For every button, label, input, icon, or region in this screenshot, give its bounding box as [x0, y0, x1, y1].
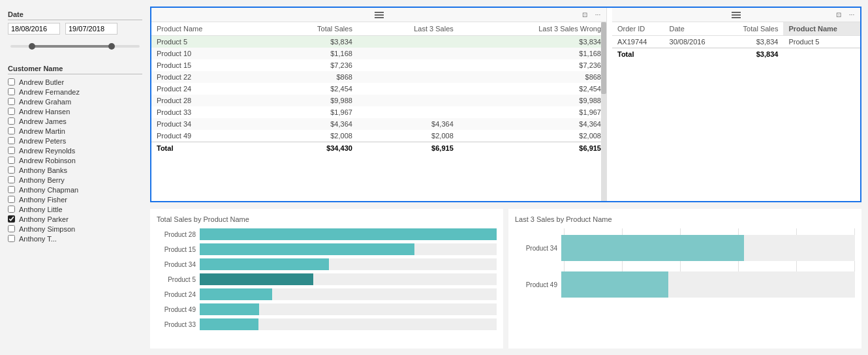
last3-cell: $4,364 — [358, 118, 459, 130]
col-rt-product-name: Product Name — [783, 22, 860, 36]
order-id-cell: AX19744 — [612, 36, 664, 48]
table-row: Product 28 $9,988 $9,988 — [151, 95, 606, 106]
date-start-input[interactable] — [8, 23, 60, 35]
expand-icon[interactable]: ⊡ — [580, 10, 589, 19]
total-sales-cell: $9,988 — [266, 95, 358, 106]
list-item[interactable]: Anthony Banks — [8, 165, 142, 175]
list-item-anthony-parker[interactable]: Anthony Parker — [8, 214, 142, 224]
table-row: Product 5 $3,834 $3,834 — [151, 36, 606, 48]
left-table-header-bar: ⊡ ··· — [151, 8, 606, 22]
bar-track — [200, 228, 497, 240]
table-row: AX19744 30/08/2016 $3,834 Product 5 — [612, 36, 860, 48]
list-item[interactable]: Anthony Little — [8, 204, 142, 214]
left-table-container: ⊡ ··· Product Name Total Sales Last 3 Sa… — [151, 8, 607, 201]
list-item[interactable]: Andrew Fernandez — [8, 87, 142, 97]
list-item[interactable]: Anthony Berry — [8, 175, 142, 185]
total-sales-cell: $2,454 — [266, 83, 358, 95]
date-end-input[interactable] — [65, 23, 117, 35]
date-label: Date — [8, 10, 142, 20]
right-more-icon[interactable]: ··· — [847, 10, 856, 19]
right-bar-label: Product 49 — [515, 281, 557, 288]
total-sales-cell: $3,834 — [724, 36, 784, 48]
right-expand-icon[interactable]: ⊡ — [834, 10, 843, 19]
bar-fill — [200, 258, 329, 270]
bar-row: Product 33 — [157, 318, 497, 330]
list-item[interactable]: Andrew Robinson — [8, 155, 142, 165]
last3-cell — [358, 106, 459, 118]
list-item[interactable]: Andrew Butler — [8, 77, 142, 87]
product-name-cell: Product 15 — [151, 59, 266, 71]
right-hamburger-icon[interactable] — [732, 12, 741, 18]
left-chart-panel: Total Sales by Product Name Product 28 P… — [150, 209, 503, 348]
bar-fill — [200, 243, 414, 255]
bar-fill — [200, 303, 259, 315]
footer-label: Total — [151, 142, 266, 155]
bar-track — [200, 288, 497, 300]
left-bar-chart: Product 28 Product 15 Product 34 Product… — [157, 228, 497, 330]
product-cell: Product 5 — [783, 36, 860, 48]
bar-track — [200, 303, 497, 315]
last3-wrong-cell: $1,168 — [459, 48, 606, 59]
footer-last3: $6,915 — [358, 142, 459, 155]
total-sales-cell: $2,008 — [266, 130, 358, 142]
right-table-header-bar: ⊡ ··· — [612, 8, 860, 22]
last3-wrong-cell: $868 — [459, 71, 606, 83]
list-item[interactable]: Anthony Simpson — [8, 224, 142, 234]
date-cell: 30/08/2016 — [664, 36, 724, 48]
top-panel: ⊡ ··· Product Name Total Sales Last 3 Sa… — [150, 7, 861, 202]
list-item[interactable]: Andrew Graham — [8, 97, 142, 106]
list-item[interactable]: Andrew Hansen — [8, 106, 142, 116]
list-item[interactable]: Andrew Reynolds — [8, 146, 142, 155]
product-name-cell: Product 10 — [151, 48, 266, 59]
right-chart-title: Last 3 Sales by Product Name — [515, 215, 855, 223]
last3-wrong-cell: $3,834 — [459, 36, 606, 48]
last3-wrong-cell: $7,236 — [459, 59, 606, 71]
list-item[interactable]: Andrew Peters — [8, 136, 142, 146]
table-row: Product 33 $1,967 $1,967 — [151, 106, 606, 118]
list-item[interactable]: Andrew James — [8, 116, 142, 126]
bar-label: Product 24 — [157, 291, 196, 298]
right-bar-fill — [561, 271, 668, 298]
date-slider[interactable] — [8, 37, 142, 55]
bar-label: Product 28 — [157, 231, 196, 238]
right-table-container: ⊡ ··· Order ID Date Total Sales Product … — [612, 8, 860, 201]
list-item[interactable]: Anthony Chapman — [8, 185, 142, 194]
bar-row: Product 15 — [157, 243, 497, 255]
last3-wrong-cell: $1,967 — [459, 106, 606, 118]
bar-fill — [200, 228, 497, 240]
hamburger-icon[interactable] — [375, 12, 384, 18]
last3-cell — [358, 71, 459, 83]
last3-cell — [358, 59, 459, 71]
table-row: Product 22 $868 $868 — [151, 71, 606, 83]
rt-footer-total: $3,834 — [724, 48, 784, 61]
bar-row: Product 5 — [157, 273, 497, 285]
list-item[interactable]: Anthony Fisher — [8, 194, 142, 204]
bar-label: Product 5 — [157, 276, 196, 283]
right-chart-area: Product 34 Product 49 — [515, 228, 855, 298]
bottom-charts: Total Sales by Product Name Product 28 P… — [150, 209, 861, 348]
list-item[interactable]: Anthony T... — [8, 234, 142, 243]
table-row: Product 49 $2,008 $2,008 $2,008 — [151, 130, 606, 142]
last3-cell — [358, 36, 459, 48]
right-bar-track — [561, 235, 855, 261]
table-row: Product 24 $2,454 $2,454 — [151, 83, 606, 95]
last3-cell: $2,008 — [358, 130, 459, 142]
col-total-sales: Total Sales — [266, 22, 358, 36]
footer-last3-wrong: $6,915 — [459, 142, 606, 155]
total-sales-cell: $1,168 — [266, 48, 358, 59]
left-table-scrollbar[interactable] — [601, 22, 606, 201]
col-order-id: Order ID — [612, 22, 664, 36]
left-table: Product Name Total Sales Last 3 Sales La… — [151, 22, 606, 154]
total-sales-cell: $868 — [266, 71, 358, 83]
more-icon[interactable]: ··· — [593, 10, 602, 19]
bar-fill — [200, 318, 258, 330]
right-bar-fill — [561, 235, 744, 261]
table-row: Product 15 $7,236 $7,236 — [151, 59, 606, 71]
bar-track — [200, 273, 497, 285]
last3-cell — [358, 48, 459, 59]
list-item[interactable]: Andrew Martin — [8, 126, 142, 136]
table-row: Product 10 $1,168 $1,168 — [151, 48, 606, 59]
bar-row: Product 34 — [157, 258, 497, 270]
last3-wrong-cell: $4,364 — [459, 118, 606, 130]
right-bar-row: Product 34 — [515, 235, 855, 261]
